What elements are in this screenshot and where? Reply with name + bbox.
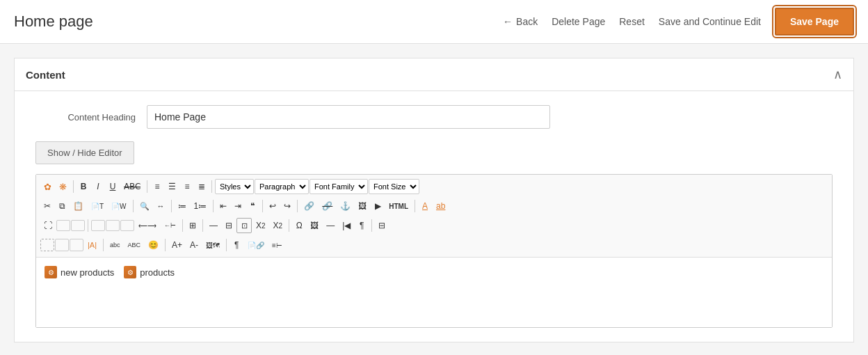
content-heading-input[interactable]	[147, 105, 550, 129]
toolbar-nonbreak-button[interactable]: ⊡	[236, 218, 252, 233]
toolbar-row-4: |A| abc ABC 😊 A+ A- 🖼🗺 ¶ 📄🔗 ≡⊢	[40, 236, 828, 254]
toolbar-find-button[interactable]: 🔍	[136, 198, 153, 214]
toolbar-indent-button[interactable]: ⇥	[231, 198, 245, 214]
toolbar-paste-text-button[interactable]: 📄T	[88, 198, 107, 214]
editor-widget-new-products-label: new products	[61, 267, 114, 278]
toolbar-align-center-button[interactable]: ☰	[165, 179, 179, 194]
toolbar-align-right-button[interactable]: ≡	[180, 179, 194, 194]
toolbar-outdent-button[interactable]: ⇤	[216, 198, 230, 214]
toolbar-unlink-button[interactable]: 🔗	[319, 198, 336, 214]
toolbar-copy-button[interactable]: ⧉	[55, 198, 69, 214]
toolbar-special-chars-button[interactable]: Ω	[292, 218, 306, 233]
toolbar-paste-word-button[interactable]: 📄W	[108, 198, 129, 214]
toolbar-para-button[interactable]: ¶	[230, 237, 243, 253]
toolbar-ordered-list-button[interactable]: 1≔	[191, 198, 211, 214]
show-hide-editor-button[interactable]: Show / Hide Editor	[35, 141, 134, 164]
toolbar-font-a-button[interactable]: A+	[168, 237, 186, 253]
editor-wrapper: ✿ ❋ B I U A̶B̶C̶	[35, 174, 833, 328]
toolbar-anchor-button[interactable]: ⚓	[337, 198, 354, 214]
toolbar-sep-13	[289, 219, 289, 232]
toolbar-unordered-list-button[interactable]: ≔	[175, 198, 190, 214]
toolbar-magicline-button[interactable]: |A|	[84, 237, 100, 253]
toolbar-backcolor-button[interactable]: ab	[433, 198, 449, 214]
toolbar-font-b-button[interactable]: A-	[186, 237, 202, 253]
toolbar-align-justify-button[interactable]: ≣	[195, 179, 209, 194]
link-icon: 🔗	[304, 201, 314, 211]
toolbar-pagenav-button[interactable]: |◀	[339, 218, 354, 233]
toolbar-copy2-button[interactable]	[55, 239, 69, 251]
toolbar-cut-button[interactable]: ✂	[40, 198, 54, 214]
paste-text-icon: 📄T	[91, 203, 104, 210]
toolbar-superscript-button[interactable]: X2	[270, 218, 287, 233]
toolbar-sep-3	[211, 180, 212, 193]
toolbar-select-button[interactable]	[40, 239, 54, 251]
back-arrow-icon: ←	[503, 16, 513, 27]
toolbar-redo-button[interactable]: ↪	[280, 198, 294, 214]
toolbar-font-size-select[interactable]: Font Size	[369, 179, 419, 194]
toolbar-fullscreen-button[interactable]: ⛶	[40, 218, 56, 233]
toolbar-dash-button[interactable]: —	[323, 218, 338, 233]
toolbar-sep-12	[202, 219, 203, 232]
toolbar-abcsub-button[interactable]: abc	[106, 237, 124, 253]
toolbar-font-family-select[interactable]: Font Family	[310, 179, 368, 194]
toolbar-preview-button[interactable]	[56, 220, 70, 231]
toolbar-forecolor-button[interactable]: A	[418, 198, 432, 214]
toolbar-image-button[interactable]: 🖼	[355, 198, 370, 214]
toolbar-cleanup-button[interactable]	[70, 239, 83, 251]
toolbar-subscript-button[interactable]: X2	[252, 218, 269, 233]
collapse-button[interactable]: ∧	[833, 67, 842, 82]
toolbar-pilcrow-button[interactable]: ¶	[355, 218, 369, 233]
toolbar-blocks-button[interactable]: ⊟	[375, 218, 389, 233]
toolbar-table-button[interactable]: ⊞	[186, 218, 200, 233]
toolbar-print-button[interactable]	[71, 220, 85, 231]
toolbar-sep-17	[226, 239, 227, 251]
section-header: Content ∧	[15, 58, 853, 91]
toolbar-paste-button[interactable]: 📋	[70, 198, 87, 214]
find-icon: 🔍	[140, 202, 150, 211]
unlink-icon: 🔗	[322, 201, 332, 211]
editor-toolbar: ✿ ❋ B I U A̶B̶C̶	[36, 175, 832, 258]
special2-icon: ❋	[59, 182, 67, 192]
toolbar-paragraph-select[interactable]: Paragraph	[255, 179, 309, 194]
toolbar-pagelink-button[interactable]: 📄🔗	[244, 237, 268, 253]
toolbar-hr-button[interactable]: —	[206, 218, 221, 233]
toolbar-styles-select[interactable]: Styles	[215, 179, 254, 194]
toolbar-blockquote-button[interactable]: ❝	[246, 198, 259, 214]
toolbar-table-dir-button[interactable]: ⟵⟶	[135, 218, 160, 233]
toolbar-strikethrough-button[interactable]: A̶B̶C̶	[120, 179, 144, 194]
toolbar-smiley-button[interactable]: 😊	[145, 237, 162, 253]
toolbar-underline-button[interactable]: U	[106, 179, 120, 194]
save-continue-button[interactable]: Save and Continue Edit	[659, 16, 761, 27]
toolbar-media-button[interactable]: ▶	[371, 198, 385, 214]
toolbar-undo-button[interactable]: ↩	[266, 198, 280, 214]
toolbar-widget-button[interactable]	[106, 220, 120, 231]
toolbar-italic-button[interactable]: I	[91, 179, 105, 194]
delete-page-button[interactable]: Delete Page	[552, 16, 605, 27]
toolbar-img2-button[interactable]	[120, 220, 134, 231]
toolbar-align-left-button[interactable]: ≡	[150, 179, 164, 194]
reset-button[interactable]: Reset	[619, 16, 645, 27]
toolbar-abcupper-button[interactable]: ABC	[124, 237, 145, 253]
toolbar-template-button[interactable]	[91, 220, 105, 231]
toolbar-special1-button[interactable]: ✿	[40, 179, 55, 194]
editor-content[interactable]: new products products	[36, 258, 832, 327]
back-button[interactable]: ← Back	[503, 16, 538, 27]
toolbar-img3-button[interactable]: 🖼	[307, 218, 322, 233]
toolbar-row-2: ✂ ⧉ 📋 📄T 📄W 🔍 ↔	[40, 197, 828, 215]
toolbar-imgmap-button[interactable]: 🖼🗺	[202, 237, 223, 253]
toolbar-sep-5	[171, 200, 172, 212]
strikethrough-icon: A̶B̶C̶	[124, 182, 140, 191]
page-title: Home page	[14, 13, 503, 31]
toolbar-pagebreak-button[interactable]: ⊟	[222, 218, 236, 233]
form-area: Content Heading Show / Hide Editor ✿ ❋	[15, 91, 853, 342]
toolbar-bar-button[interactable]: ≡⊢	[268, 237, 286, 253]
toolbar-rtl-button[interactable]: ←⊢	[161, 218, 179, 233]
toolbar-html-button[interactable]: HTML	[385, 198, 412, 214]
toolbar-special2-button[interactable]: ❋	[56, 179, 70, 194]
content-heading-row: Content Heading	[35, 105, 833, 129]
toolbar-replace-button[interactable]: ↔	[154, 198, 168, 214]
toolbar-bold-button[interactable]: B	[77, 179, 90, 194]
toolbar-sep-10	[88, 219, 88, 232]
save-page-button[interactable]: Save Page	[775, 8, 854, 36]
toolbar-link-button[interactable]: 🔗	[300, 198, 318, 214]
